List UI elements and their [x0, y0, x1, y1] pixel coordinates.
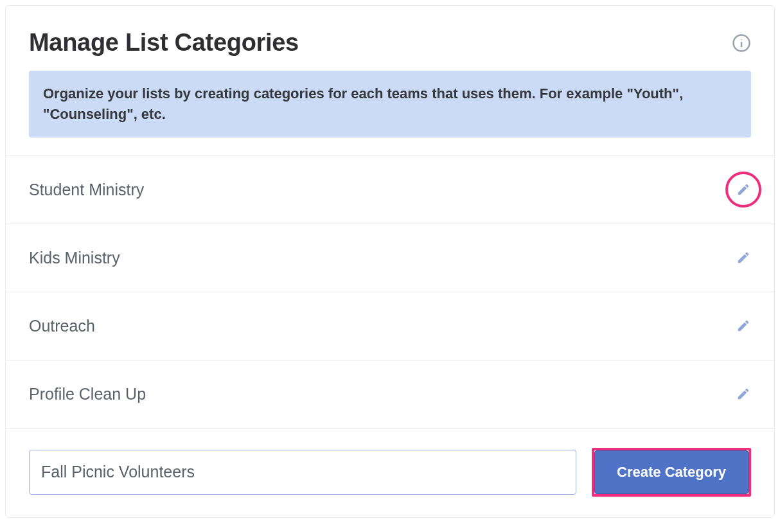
category-row: Profile Clean Up	[6, 360, 774, 429]
category-row: Kids Ministry	[6, 224, 774, 292]
category-name: Profile Clean Up	[29, 385, 146, 403]
svg-point-2	[741, 39, 742, 40]
category-row: Outreach	[6, 292, 774, 360]
edit-category-button[interactable]	[736, 386, 751, 402]
card-header: Manage List Categories Organize your lis…	[6, 6, 774, 155]
title-row: Manage List Categories	[29, 29, 751, 57]
new-category-input[interactable]	[29, 450, 576, 495]
create-category-footer: Create Category	[6, 429, 774, 517]
info-icon[interactable]	[732, 33, 751, 53]
category-name: Outreach	[29, 317, 95, 335]
page-title: Manage List Categories	[29, 29, 299, 57]
create-button-highlight: Create Category	[592, 448, 751, 497]
category-row: Student Ministry	[6, 156, 774, 224]
category-name: Student Ministry	[29, 181, 144, 199]
pencil-icon	[736, 182, 750, 197]
category-name: Kids Ministry	[29, 249, 120, 267]
edit-category-button[interactable]	[725, 172, 761, 208]
edit-category-button[interactable]	[736, 318, 751, 333]
create-category-button[interactable]: Create Category	[594, 450, 749, 494]
pencil-icon	[736, 319, 750, 333]
pencil-icon	[736, 251, 750, 265]
help-banner: Organize your lists by creating categori…	[29, 71, 751, 137]
manage-categories-card: Manage List Categories Organize your lis…	[5, 5, 775, 518]
pencil-icon	[736, 387, 750, 401]
edit-category-button[interactable]	[736, 250, 751, 265]
category-list: Student Ministry Kids Ministry Outreach	[6, 155, 774, 429]
